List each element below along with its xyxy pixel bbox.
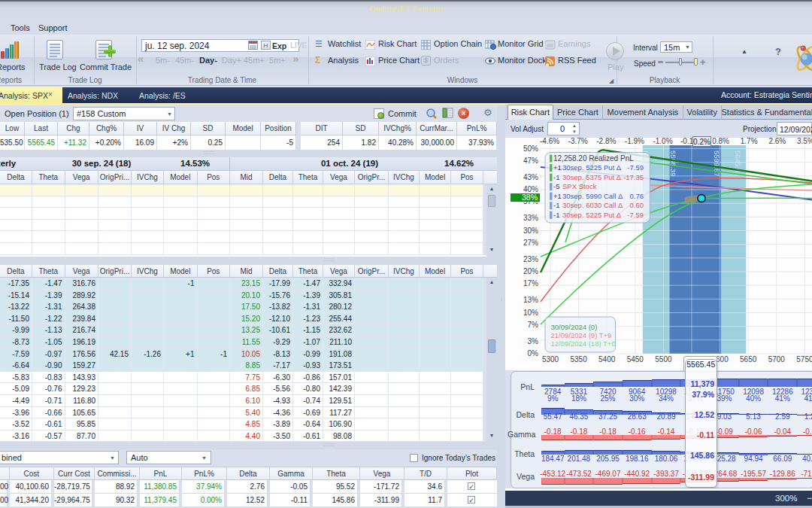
svg-text:5645.61: 5645.61 [734,151,742,176]
svg-text:-5: -5 [553,182,559,190]
svg-text:+1: +1 [553,163,562,172]
svg-text:+1: +1 [553,192,562,200]
svg-text:-1: -1 [553,201,559,209]
svg-text:21/09/2024 (9) T+9: 21/09/2024 (9) T+9 [551,331,612,339]
svg-text:5508.39: 5508.39 [669,151,677,176]
svg-text:0.60: 0.60 [630,201,644,209]
svg-text:30sep. 5375 Put Δ: 30sep. 5375 Put Δ [562,173,622,181]
svg-text:12/09/2024 (18) T+0: 12/09/2024 (18) T+0 [551,339,616,348]
svg-text:30sep. 6030 Call Δ: 30sep. 6030 Call Δ [562,201,623,209]
svg-text:5599.87: 5599.87 [713,151,721,176]
svg-text:30sep. 5225 Put Δ: 30sep. 5225 Put Δ [562,163,622,172]
svg-text:-7.59: -7.59 [627,163,644,172]
svg-text:SPX Stock: SPX Stock [562,182,597,190]
svg-text:30/09/2024 (0): 30/09/2024 (0) [551,323,598,331]
svg-text:12,258.20 Realized PnL: 12,258.20 Realized PnL [553,154,634,163]
svg-text:0.76: 0.76 [630,192,644,200]
svg-text:-1: -1 [553,211,559,219]
svg-text:30sep. 5990 Call Δ: 30sep. 5990 Call Δ [562,192,623,200]
svg-text:-7.59: -7.59 [627,211,644,219]
svg-text:-1: -1 [553,173,559,181]
svg-text:-17.35: -17.35 [623,173,644,181]
svg-text:30sep. 5225 Put Δ: 30sep. 5225 Put Δ [562,211,622,219]
